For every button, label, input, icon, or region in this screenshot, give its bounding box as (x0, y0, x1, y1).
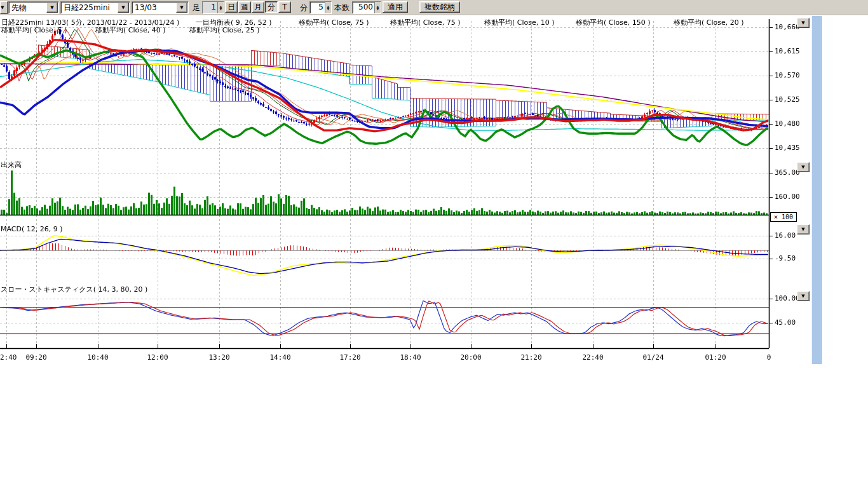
volume-multiplier-badge: × 100 (770, 212, 797, 222)
symbol-select[interactable]: 日経225mini ▼ (60, 1, 130, 14)
price-scale-dropdown-button[interactable]: ▼ (797, 18, 810, 28)
time-axis-label: 2:40 (0, 353, 17, 362)
contract-month-select[interactable]: 13/03 ▼ (132, 1, 189, 14)
bar-type-label: 足 (193, 3, 200, 13)
clipped-combo-fragment[interactable]: ▼ (0, 1, 8, 14)
indicator-legend-row-2: 移動平均( Close, 5 )移動平均( Close, 40 )移動平均( C… (0, 25, 769, 33)
bar-count-value: 500 (353, 2, 374, 13)
asset-class-value: 先物 (9, 3, 46, 13)
spinner-arrows-icon[interactable]: ▲▼ (217, 2, 224, 13)
chevron-down-icon: ▼ (801, 20, 804, 25)
minute-value: 5 (310, 2, 325, 13)
stoch-scale-dropdown-button[interactable]: ▼ (797, 291, 810, 301)
time-axis-label: 13:20 (208, 353, 229, 362)
spinner-arrows-icon[interactable]: ▲▼ (325, 2, 331, 13)
volume-axis-label: 160.00 (775, 193, 800, 201)
chevron-down-icon: ▼ (801, 227, 804, 232)
bar-interval-value: 1 (203, 2, 217, 13)
chevron-down-icon: ▼ (801, 165, 804, 170)
minute-label: 分 (300, 3, 308, 13)
time-axis-label: 01:20 (705, 353, 726, 362)
period-weekly-button[interactable]: 週 (238, 1, 251, 13)
chevron-down-icon[interactable]: ▼ (46, 3, 58, 13)
toolbar: ▼ 先物 ▼ 日経225mini ▼ 13/03 ▼ 足 1 ▲▼ 日 週 月 … (0, 0, 868, 15)
period-daily-button[interactable]: 日 (225, 1, 238, 13)
multi-symbol-button[interactable]: 複数銘柄 (419, 1, 460, 13)
price-axis-label: 10,435 (775, 144, 800, 152)
chevron-down-icon[interactable]: ▼ (176, 3, 187, 13)
price-chart-canvas[interactable] (0, 0, 868, 365)
chevron-down-icon: ▼ (801, 294, 804, 299)
bar-count-stepper[interactable]: 500 ▲▼ (352, 1, 381, 14)
price-axis-label: 10,660 (775, 23, 800, 31)
time-axis-label: 14:40 (269, 353, 290, 362)
time-axis-label: 12:00 (147, 353, 168, 362)
time-axis-label: 09:20 (25, 353, 46, 362)
price-axis-label: 10,570 (775, 71, 800, 79)
time-axis-label: 20:00 (460, 353, 481, 362)
legend-item: 移動平均( Close, 5 ) (1, 25, 67, 35)
chart-application-window: ▼ 先物 ▼ 日経225mini ▼ 13/03 ▼ 足 1 ▲▼ 日 週 月 … (0, 0, 868, 488)
price-axis-label: 10,480 (775, 119, 800, 128)
period-minute-button[interactable]: 分 (265, 1, 278, 13)
time-axis-label: 22:40 (582, 353, 603, 362)
price-axis-label: 10,525 (775, 95, 800, 104)
asset-class-select[interactable]: 先物 ▼ (8, 1, 59, 14)
time-axis-label: 10:40 (87, 353, 108, 362)
spinner-arrows-icon[interactable]: ▲▼ (374, 2, 381, 13)
stoch-axis-label: 100.00 (775, 294, 800, 302)
contract-month-value: 13/03 (132, 3, 175, 13)
vertical-scrollbar[interactable] (811, 16, 822, 364)
bar-interval-stepper[interactable]: 1 ▲▼ (202, 1, 224, 14)
stoch-axis-label: 45.00 (775, 318, 796, 327)
price-axis-label: 10,615 (775, 47, 800, 55)
time-axis-label: 17:20 (339, 353, 360, 362)
indicator-legend-row-1: 日経225mini 13/03( 5分, 2013/01/22 - 2013/0… (0, 18, 769, 25)
bar-count-label: 本数 (334, 3, 349, 13)
symbol-value: 日経225mini (61, 3, 117, 13)
time-axis-label: 0 (767, 353, 771, 362)
apply-button[interactable]: 適用 (383, 1, 408, 13)
chevron-down-icon[interactable]: ▼ (118, 3, 129, 13)
minute-stepper[interactable]: 5 ▲▼ (309, 1, 332, 14)
volume-scale-dropdown-button[interactable]: ▼ (797, 162, 810, 172)
legend-item: 移動平均( Close, 25 ) (189, 25, 260, 35)
chevron-down-icon: ▼ (1, 5, 4, 10)
volume-axis-label: 365.00 (775, 168, 800, 177)
macd-axis-label: -9.50 (775, 254, 796, 262)
legend-item: 移動平均( Close, 40 ) (95, 25, 166, 35)
macd-scale-dropdown-button[interactable]: ▼ (797, 224, 810, 234)
stochastics-panel-label: スロー・ストキャスティクス( 14, 3, 80, 20 ) (1, 285, 147, 294)
time-axis-label: 21:20 (520, 353, 541, 362)
macd-panel-label: MACD( 12, 26, 9 ) (1, 225, 63, 233)
time-axis-label: 01/24 (642, 353, 663, 362)
period-tick-button[interactable]: T (278, 1, 291, 13)
time-axis-label: 18:40 (400, 353, 421, 362)
volume-panel-label: 出来高 (1, 160, 22, 170)
period-monthly-button[interactable]: 月 (252, 1, 264, 13)
macd-axis-label: 16.00 (775, 231, 796, 240)
